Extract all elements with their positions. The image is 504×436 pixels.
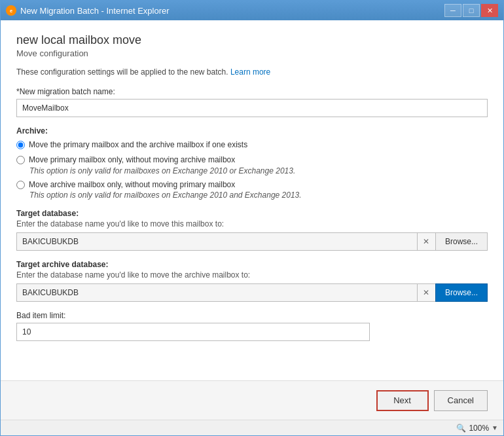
main-window: e New Migration Batch - Internet Explore… xyxy=(0,0,504,436)
bad-item-label: Bad item limit: xyxy=(16,311,488,320)
target-db-section: Target database: Enter the database name… xyxy=(16,209,488,251)
title-bar-left: e New Migration Batch - Internet Explore… xyxy=(6,5,170,16)
next-button[interactable]: Next xyxy=(376,390,429,411)
radio-note-3: This option is only valid for mailboxes … xyxy=(29,191,488,200)
target-archive-desc: Enter the database name you'd like to mo… xyxy=(16,270,488,280)
target-archive-input[interactable] xyxy=(16,283,417,302)
content-area: new local mailbox move Move configuratio… xyxy=(1,20,503,380)
target-db-desc: Enter the database name you'd like to mo… xyxy=(16,219,488,228)
footer: Next Cancel xyxy=(1,380,503,420)
radio-item-3-wrapper: Move archive mailbox only, without movin… xyxy=(16,179,488,200)
target-archive-title: Target archive database: xyxy=(16,260,488,269)
target-db-input[interactable] xyxy=(16,232,417,251)
radio-option-3[interactable] xyxy=(16,181,25,189)
archive-label: Archive: xyxy=(16,126,488,136)
footer-buttons: Next Cancel xyxy=(376,390,488,411)
target-db-title: Target database: xyxy=(16,209,488,218)
batch-name-input[interactable] xyxy=(16,99,488,117)
radio-item-3: Move archive mailbox only, without movin… xyxy=(16,179,488,191)
title-bar: e New Migration Batch - Internet Explore… xyxy=(1,1,503,20)
radio-note-2: This option is only valid for mailboxes … xyxy=(29,166,488,175)
description-text: These configuration settings will be app… xyxy=(16,67,488,77)
radio-item-1: Move the primary mailbox and the archive… xyxy=(16,139,488,151)
zoom-icon: 🔍 xyxy=(456,423,466,433)
app-icon: e xyxy=(6,5,16,16)
status-bar: 🔍 100% ▼ xyxy=(1,420,503,435)
target-archive-browse-button[interactable]: Browse... xyxy=(435,283,488,302)
bad-item-input[interactable] xyxy=(16,323,370,341)
zoom-level: 100% xyxy=(469,424,489,433)
target-archive-input-row: ✕ Browse... xyxy=(16,283,488,302)
radio-option-2[interactable] xyxy=(16,156,25,164)
page-subtitle: Move configuration xyxy=(16,48,488,58)
cancel-button[interactable]: Cancel xyxy=(434,390,488,411)
batch-name-label: *New migration batch name: xyxy=(16,87,488,96)
radio-label-3: Move archive mailbox only, without movin… xyxy=(29,179,235,191)
learn-more-link[interactable]: Learn more xyxy=(230,67,270,77)
radio-option-1[interactable] xyxy=(16,141,25,149)
radio-label-2: Move primary mailbox only, without movin… xyxy=(29,154,235,166)
target-db-browse-button[interactable]: Browse... xyxy=(435,232,488,251)
svg-text:e: e xyxy=(10,8,12,14)
radio-item-2: Move primary mailbox only, without movin… xyxy=(16,154,488,166)
archive-radio-group: Move the primary mailbox and the archive… xyxy=(16,139,488,200)
radio-label-1: Move the primary mailbox and the archive… xyxy=(29,139,247,151)
radio-item-2-wrapper: Move primary mailbox only, without movin… xyxy=(16,154,488,175)
target-db-clear-button[interactable]: ✕ xyxy=(417,232,435,251)
close-button[interactable]: ✕ xyxy=(481,4,498,17)
window-controls: ─ □ ✕ xyxy=(444,4,498,17)
minimize-button[interactable]: ─ xyxy=(444,4,461,17)
window-title: New Migration Batch - Internet Explorer xyxy=(20,6,170,16)
restore-button[interactable]: □ xyxy=(463,4,480,17)
target-archive-clear-button[interactable]: ✕ xyxy=(417,283,435,302)
target-archive-section: Target archive database: Enter the datab… xyxy=(16,260,488,302)
page-title: new local mailbox move xyxy=(16,33,488,47)
target-db-input-row: ✕ Browse... xyxy=(16,232,488,251)
zoom-dropdown-button[interactable]: ▼ xyxy=(492,424,498,431)
